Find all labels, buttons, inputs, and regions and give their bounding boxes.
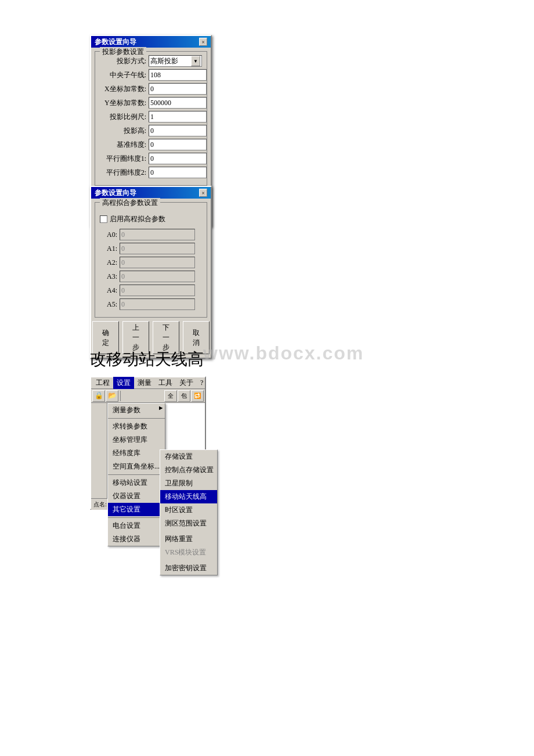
select-value: 高斯投影	[150, 56, 191, 66]
dialog-elevation: 参数设置向导 × 高程拟合参数设置 启用高程拟合参数 A0: A1: A2:	[90, 186, 212, 359]
field-input-5[interactable]	[149, 125, 207, 136]
menu-radio[interactable]: 电台设置	[108, 519, 165, 532]
menu-item-measure[interactable]: 测量	[134, 377, 155, 389]
dialog-projection-titlebar: 参数设置向导 ×	[91, 36, 211, 48]
submenu-encrypt[interactable]: 加密密钥设置	[160, 561, 217, 575]
select-arrow-icon[interactable]: ▼	[191, 56, 200, 66]
elev-row-A3: A3:	[100, 271, 202, 282]
field-input-6[interactable]	[149, 139, 207, 150]
dialog-projection-close[interactable]: ×	[199, 38, 207, 46]
menu-sep-3	[108, 517, 165, 518]
toolbar-icon3[interactable]: 🔁	[191, 390, 204, 402]
field-input-4[interactable]	[149, 111, 207, 123]
menu-sep-2	[108, 474, 165, 475]
checkbox-enable-row: 启用高程拟合参数	[100, 214, 202, 224]
submenu-network-reset[interactable]: 网络重置	[160, 532, 217, 546]
menu-measurement-params[interactable]: 测量参数 ▶	[108, 404, 165, 417]
submenu-antenna-height[interactable]: 移动站天线高	[160, 490, 217, 503]
dialog-elevation-close[interactable]: ×	[199, 189, 207, 197]
menu-item-settings[interactable]: 设置	[113, 377, 134, 389]
input-A4[interactable]	[120, 285, 195, 296]
elevation-fieldset-legend: 高程拟合参数设置	[100, 198, 160, 208]
dialog-elevation-titlebar: 参数设置向导 ×	[91, 187, 211, 199]
menubar: 工程 设置 测量 工具 关于 ?	[91, 377, 205, 389]
toolbar-icon2[interactable]: 包	[178, 390, 190, 402]
projection-select[interactable]: 高斯投影 ▼	[149, 55, 202, 67]
menu-item-project[interactable]: 工程	[92, 377, 113, 389]
label-A5: A5:	[100, 300, 117, 309]
canvas-area: 测量参数 ▶ 求转换参数 坐标管理库 经纬度库 空间直角坐标... 移动站设置 …	[107, 403, 205, 498]
elev-row-A5: A5:	[100, 298, 202, 310]
submenu-satellite[interactable]: 卫星限制	[160, 477, 217, 490]
dialog-projection-title: 参数设置向导	[95, 37, 136, 47]
submenu-vrs: VRS模块设置	[160, 546, 217, 559]
form-row-6: 基准纬度:	[100, 139, 202, 150]
menu-item-help[interactable]: ?	[197, 377, 207, 388]
submenu-storage[interactable]: 存储设置	[160, 450, 217, 463]
dialog-elevation-content: 高程拟合参数设置 启用高程拟合参数 A0: A1: A2: A3:	[91, 199, 211, 358]
form-row-3: Y坐标加常数:	[100, 97, 202, 109]
menu-other-settings[interactable]: 其它设置	[108, 503, 165, 516]
menu-coord-library[interactable]: 坐标管理库	[108, 433, 165, 447]
checkbox-label: 启用高程拟合参数	[110, 214, 165, 224]
field-input-3[interactable]	[149, 97, 207, 109]
menu-item-about[interactable]: 关于	[176, 377, 197, 389]
form-row-4: 投影比例尺:	[100, 111, 202, 123]
form-row-5: 投影高:	[100, 125, 202, 136]
menu-instrument[interactable]: 仪器设置	[108, 489, 165, 503]
field-label-2: X坐标加常数:	[100, 84, 146, 94]
label-A2: A2:	[100, 258, 117, 267]
submenu-survey-area[interactable]: 测区范围设置	[160, 517, 217, 530]
field-input-8[interactable]	[149, 167, 207, 178]
elevation-fieldset: 高程拟合参数设置 启用高程拟合参数 A0: A1: A2: A3:	[95, 202, 207, 318]
field-label-8: 平行圈纬度2:	[100, 168, 146, 178]
form-row-0: 投影方式: 高斯投影 ▼	[100, 55, 202, 67]
app-window: 工程 设置 测量 工具 关于 ? 🔒 📂 全 包 🔁 测量参数 ▶ 求转换参数	[90, 376, 206, 510]
input-A3[interactable]	[120, 271, 195, 282]
app-main-area: 测量参数 ▶ 求转换参数 坐标管理库 经纬度库 空间直角坐标... 移动站设置 …	[91, 403, 205, 498]
enable-checkbox[interactable]	[100, 215, 107, 223]
left-panel	[91, 403, 107, 498]
form-row-7: 平行圈纬度1:	[100, 153, 202, 164]
toolbar: 🔒 📂 全 包 🔁	[91, 389, 205, 403]
field-input-2[interactable]	[149, 83, 207, 95]
label-A4: A4:	[100, 286, 117, 295]
menu-convert-params[interactable]: 求转换参数	[108, 420, 165, 433]
elev-row-A4: A4:	[100, 285, 202, 296]
field-label-7: 平行圈纬度1:	[100, 154, 146, 164]
menu-lonlat-library[interactable]: 经纬度库	[108, 447, 165, 460]
form-row-2: X坐标加常数:	[100, 83, 202, 95]
input-A1[interactable]	[120, 243, 195, 254]
form-row-8: 平行圈纬度2:	[100, 167, 202, 178]
field-label-3: Y坐标加常数:	[100, 98, 146, 108]
field-input-7[interactable]	[149, 153, 207, 164]
toolbar-lock-btn[interactable]: 🔒	[92, 390, 105, 402]
field-label-1: 中央子午线:	[100, 70, 146, 80]
label-A3: A3:	[100, 272, 117, 281]
form-row-1: 中央子午线:	[100, 69, 202, 81]
submenu-ctrl-storage[interactable]: 控制点存储设置	[160, 463, 217, 477]
toolbar-separator	[120, 391, 121, 401]
status-point-label: 点名:	[93, 501, 107, 509]
menu-spatial-coords[interactable]: 空间直角坐标...	[108, 460, 165, 473]
watermark: www.bdocx.com	[203, 343, 364, 364]
menu-mobile-station[interactable]: 移动站设置	[108, 476, 165, 489]
elev-row-A2: A2:	[100, 257, 202, 268]
field-label-5: 投影高:	[100, 126, 146, 136]
field-label-4: 投影比例尺:	[100, 112, 146, 122]
section-heading: 改移动站天线高	[90, 348, 204, 370]
dialog-elevation-title: 参数设置向导	[95, 188, 136, 198]
input-A5[interactable]	[120, 298, 195, 310]
submenu-timezone[interactable]: 时区设置	[160, 503, 217, 517]
menu-connect[interactable]: 连接仪器	[108, 532, 165, 546]
toolbar-icon1[interactable]: 全	[164, 390, 177, 402]
toolbar-open-btn[interactable]: 📂	[106, 390, 118, 402]
input-A2[interactable]	[120, 257, 195, 268]
projection-fieldset-legend: 投影参数设置	[100, 47, 146, 57]
field-input-1[interactable]	[149, 69, 207, 81]
menu-item-tools[interactable]: 工具	[155, 377, 176, 389]
projection-fieldset: 投影参数设置 投影方式: 高斯投影 ▼ 中央子午线: X坐标加常数: Y坐标加常…	[95, 51, 207, 186]
elev-row-A0: A0:	[100, 229, 202, 240]
input-A0[interactable]	[120, 229, 195, 240]
elev-row-A1: A1:	[100, 243, 202, 254]
